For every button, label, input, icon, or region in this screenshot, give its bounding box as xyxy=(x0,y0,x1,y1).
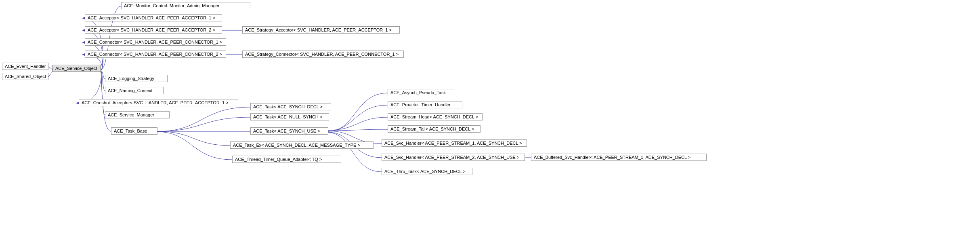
node-buffered-svc-handler: ACE_Buffered_Svc_Handler< ACE_PEER_STREA… xyxy=(531,154,707,161)
node-acceptor1: ACE_Acceptor< SVC_HANDLER, ACE_PEER_ACCE… xyxy=(85,14,222,21)
diagram-container: ACE::Monitor_Control::Monitor_Admin_Mana… xyxy=(0,0,980,247)
svg-marker-9 xyxy=(76,102,79,104)
svg-marker-3 xyxy=(82,17,85,19)
inheritance-diagram xyxy=(0,0,980,247)
node-service-manager: ACE_Service_Manager xyxy=(105,111,170,118)
node-logging-strategy: ACE_Logging_Strategy xyxy=(105,75,168,82)
node-naming-context: ACE_Naming_Context xyxy=(105,87,164,94)
node-service-object: ACE_Service_Object xyxy=(52,65,101,72)
node-connector2: ACE_Connector< SVC_HANDLER, ACE_PEER_CON… xyxy=(85,51,226,58)
node-asynch-pseudo-task: ACE_Asynch_Pseudo_Task xyxy=(388,89,454,96)
node-strategy-connector1: ACE_Strategy_Connector< SVC_HANDLER, ACE… xyxy=(242,51,404,58)
node-svc-handler1: ACE_Svc_Handler< ACE_PEER_STREAM_1, ACE_… xyxy=(382,139,527,147)
node-proactor-timer-handler: ACE_Proactor_Timer_Handler xyxy=(388,101,462,108)
svg-marker-6 xyxy=(82,53,85,56)
node-thread-timer-queue: ACE_Thread_Timer_Queue_Adapter< TQ > xyxy=(232,156,341,163)
node-strategy-acceptor1: ACE_Strategy_Acceptor< SVC_HANDLER, ACE_… xyxy=(242,26,400,34)
node-monitor-admin: ACE::Monitor_Control::Monitor_Admin_Mana… xyxy=(121,2,250,9)
node-shared-object: ACE_Shared_Object xyxy=(2,73,48,80)
svg-line-0 xyxy=(48,67,52,70)
node-event-handler: ACE_Event_Handler xyxy=(2,63,48,70)
node-svc-handler2: ACE_Svc_Handler< ACE_PEER_STREAM_2, ACE_… xyxy=(382,154,525,161)
node-task-null-synch: ACE_Task< ACE_NULL_SYNCH > xyxy=(250,113,329,120)
svg-marker-4 xyxy=(82,29,85,32)
node-oneshot-acceptor: ACE_Oneshot_Acceptor< SVC_HANDLER, ACE_P… xyxy=(79,99,238,106)
node-task-ex: ACE_Task_Ex< ACE_SYNCH_DECL, ACE_MESSAGE… xyxy=(230,141,374,149)
svg-line-1 xyxy=(48,72,52,77)
node-task-synch-use: ACE_Task< ACE_SYNCH_USE > xyxy=(250,127,328,135)
node-connector1: ACE_Connector< SVC_HANDLER, ACE_PEER_CON… xyxy=(85,38,226,46)
node-task-synch-decl: ACE_Task< ACE_SYNCH_DECL > xyxy=(250,103,331,110)
node-stream-head: ACE_Stream_Head< ACE_SYNCH_DECL > xyxy=(388,113,483,120)
node-thru-task: ACE_Thru_Task< ACE_SYNCH_DECL > xyxy=(382,168,472,175)
svg-marker-5 xyxy=(82,41,85,44)
node-stream-tail: ACE_Stream_Tail< ACE_SYNCH_DECL > xyxy=(388,125,481,133)
node-acceptor2: ACE_Acceptor< SVC_HANDLER, ACE_PEER_ACCE… xyxy=(85,26,222,34)
node-task-base: ACE_Task_Base xyxy=(111,127,157,135)
